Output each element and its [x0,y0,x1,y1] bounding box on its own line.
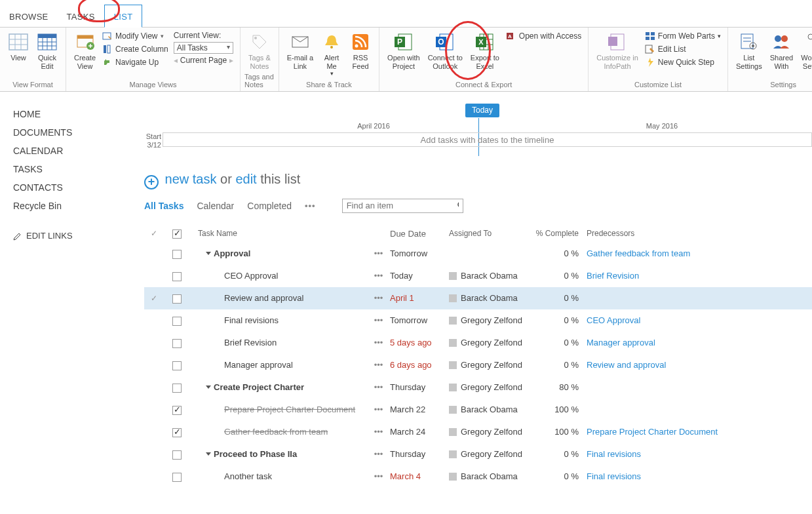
row-menu-button[interactable]: ••• [367,315,390,325]
tags-notes-button[interactable]: Tags & Notes [244,30,275,71]
export-excel-button[interactable]: X Export to Excel [467,30,503,71]
table-row[interactable]: Gather feedback from team•••March 24Greg… [144,421,812,443]
task-name[interactable]: Proceed to Phase IIa [214,449,297,459]
row-menu-button[interactable]: ••• [367,427,390,437]
form-web-parts-button[interactable]: Form Web Parts▾ [645,30,721,42]
add-icon[interactable]: + [144,175,159,189]
current-view-select[interactable]: All Tasks [174,42,233,54]
task-name[interactable]: Review and approval [224,293,303,303]
row-menu-button[interactable]: ••• [367,405,390,414]
more-views-button[interactable]: ••• [305,201,316,210]
row-menu-button[interactable]: ••• [367,471,390,481]
edit-list-button[interactable]: Edit List [645,43,721,55]
table-row[interactable]: Prepare Project Charter Document•••March… [144,399,812,421]
col-assigned-to[interactable]: Assigned To [449,229,534,238]
predecessor-link[interactable]: Final revisions [587,449,641,459]
predecessor-link[interactable]: Gather feedback from team [587,248,690,258]
tab-list[interactable]: LIST [104,5,143,28]
new-task-link[interactable]: new task [165,172,217,186]
create-view-button[interactable]: Create View [70,30,100,71]
task-name[interactable]: Approval [214,248,250,258]
task-name[interactable]: Manager approval [224,360,293,370]
nav-home[interactable]: HOME [13,105,125,123]
row-checkbox[interactable] [172,339,182,348]
connect-outlook-button[interactable]: O Connect to Outlook [424,30,467,71]
col-percent-complete[interactable]: % Complete [534,229,587,238]
email-link-button[interactable]: E-mail a Link [283,30,317,71]
row-menu-button[interactable]: ••• [367,338,390,347]
expand-caret-icon[interactable] [206,386,211,389]
row-menu-button[interactable]: ••• [367,360,390,370]
create-column-button[interactable]: Create Column [102,43,168,55]
table-row[interactable]: Another task•••March 4Barack Obama0 %Fin… [144,465,812,488]
col-task-name[interactable]: Task Name [190,229,367,238]
task-name[interactable]: Final revisions [224,315,279,325]
col-select-all[interactable] [172,229,182,239]
predecessor-link[interactable]: Review and approval [587,360,666,370]
nav-contacts[interactable]: CONTACTS [13,178,125,197]
row-checkbox[interactable] [172,317,182,326]
edit-list-link[interactable]: edit [235,172,256,186]
current-page-control[interactable]: ◂Current Page▸ [174,55,233,66]
predecessor-link[interactable]: Final revisions [587,471,641,481]
nav-recycle-bin[interactable]: Recycle Bin [13,197,125,215]
row-checkbox[interactable] [172,406,182,415]
row-checkbox[interactable] [172,250,182,259]
new-quick-step-button[interactable]: New Quick Step [645,56,721,68]
modify-view-button[interactable]: Modify View▾ [102,30,168,42]
table-row[interactable]: Brief Revision•••5 days agoGregory Zelfo… [144,332,812,354]
workflow-settings-button[interactable]: Workflow Settings▾ [797,30,812,79]
rss-feed-button[interactable]: RSS Feed [346,30,375,71]
task-name[interactable]: Brief Revision [224,338,277,347]
tab-tasks[interactable]: TASKS [58,5,104,27]
task-name[interactable]: Create Project Charter [214,382,304,392]
row-checkbox[interactable] [172,361,182,370]
col-predecessors[interactable]: Predecessors [587,229,812,238]
row-checkbox[interactable] [172,294,182,304]
open-with-project-button[interactable]: P Open with Project [383,30,424,71]
table-row[interactable]: Final revisions•••TomorrowGregory Zelfon… [144,309,812,332]
predecessor-link[interactable]: CEO Approval [587,315,640,325]
nav-documents[interactable]: DOCUMENTS [13,123,125,142]
row-menu-button[interactable]: ••• [367,271,390,281]
open-with-access-button[interactable]: A Open with Access [506,30,581,42]
row-menu-button[interactable]: ••• [367,449,390,459]
task-name[interactable]: Prepare Project Charter Document [224,405,355,414]
expand-caret-icon[interactable] [206,252,211,255]
search-input[interactable] [347,201,457,210]
row-checkbox[interactable] [172,384,182,393]
timeline-bar[interactable]: Add tasks with dates to the timeline [163,132,812,147]
task-name[interactable]: Another task [224,471,272,481]
view-completed[interactable]: Completed [247,201,292,211]
tab-browse[interactable]: BROWSE [0,5,58,27]
table-row[interactable]: ✓Review and approval•••April 1Barack Oba… [144,287,812,309]
view-all-tasks[interactable]: All Tasks [144,201,184,211]
row-checkbox[interactable] [172,450,182,460]
navigate-up-button[interactable]: Navigate Up [102,56,168,68]
customize-infopath-button[interactable]: Customize in InfoPath [592,30,642,71]
list-settings-button[interactable]: List Settings [732,30,766,71]
view-calendar[interactable]: Calendar [197,201,234,211]
row-menu-button[interactable]: ••• [367,248,390,258]
col-done[interactable]: ✓ [151,229,157,238]
table-row[interactable]: CEO Approval•••TodayBarack Obama0 %Brief… [144,265,812,287]
view-button[interactable]: View [4,30,33,64]
col-due-date[interactable]: Due Date [390,229,449,239]
predecessor-link[interactable]: Prepare Project Charter Document [587,427,718,437]
search-icon[interactable] [457,201,459,211]
edit-links-button[interactable]: EDIT LINKS [13,231,125,241]
alert-me-button[interactable]: Alert Me▾ [317,30,346,79]
shared-with-button[interactable]: Shared With [766,30,797,71]
task-name[interactable]: CEO Approval [224,271,278,281]
row-checkbox[interactable] [172,428,182,437]
quick-edit-button[interactable]: Quick Edit [33,30,62,71]
nav-tasks[interactable]: TASKS [13,160,125,178]
table-row[interactable]: Manager approval•••6 days agoGregory Zel… [144,354,812,376]
predecessor-link[interactable]: Manager approval [587,338,655,347]
row-menu-button[interactable]: ••• [367,293,390,303]
search-box[interactable] [342,199,463,213]
table-row[interactable]: Create Project Charter•••ThursdayGregory… [144,376,812,399]
table-row[interactable]: Proceed to Phase IIa•••ThursdayGregory Z… [144,443,812,465]
row-menu-button[interactable]: ••• [367,382,390,392]
predecessor-link[interactable]: Brief Revision [587,271,639,281]
